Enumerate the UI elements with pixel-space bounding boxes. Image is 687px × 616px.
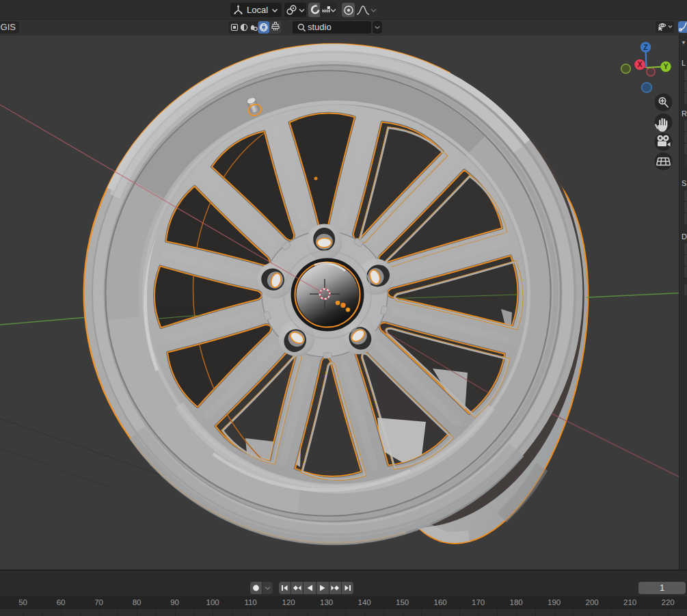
svg-text:Z: Z <box>643 43 648 51</box>
svg-text:X: X <box>637 60 642 68</box>
svg-text:Y: Y <box>663 62 668 70</box>
